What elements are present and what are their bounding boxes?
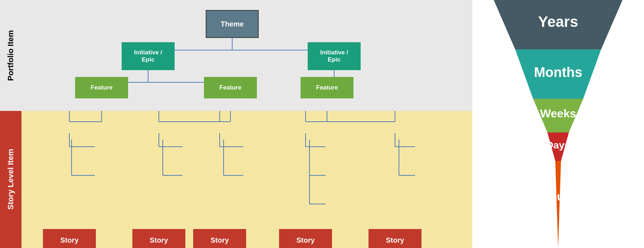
theme-box: Theme	[206, 10, 259, 38]
svg-marker-57	[555, 161, 561, 248]
svg-text:Days: Days	[546, 140, 570, 151]
portfolio-section: Portfolio Item	[0, 0, 472, 111]
svg-text:Months: Months	[534, 65, 582, 80]
story-box-3: Story	[193, 229, 246, 248]
funnel-panel: Years Months Weeks Days Hours	[472, 0, 644, 248]
story-box-2: Story	[132, 229, 185, 248]
story-box-4: Story	[279, 229, 332, 248]
initiative-box-1: Initiative /Epic	[122, 42, 175, 70]
funnel-svg: Years Months Weeks Days Hours	[472, 0, 644, 248]
feature-box-2: Feature	[204, 77, 257, 98]
initiative-box-2: Initiative /Epic	[308, 42, 361, 70]
svg-text:Years: Years	[538, 13, 578, 30]
story-level-item-label: Story Level Item	[0, 111, 21, 248]
svg-text:Weeks: Weeks	[540, 107, 576, 120]
story-connections	[21, 111, 472, 248]
story-box-5: Story	[369, 229, 421, 248]
feature-box-1: Feature	[75, 77, 128, 98]
story-diagram: Story Story Story Story Story Task	[21, 111, 472, 248]
story-box-1: Story	[43, 229, 96, 248]
left-panel: Portfolio Item	[0, 0, 472, 248]
portfolio-diagram: Theme Initiative /Epic Initiative /Epic …	[21, 0, 472, 111]
feature-box-3: Feature	[301, 77, 353, 98]
story-section: Story Level Item	[0, 111, 472, 248]
svg-text:Hours: Hours	[542, 190, 575, 203]
portfolio-item-label: Portfolio Item	[0, 0, 21, 111]
